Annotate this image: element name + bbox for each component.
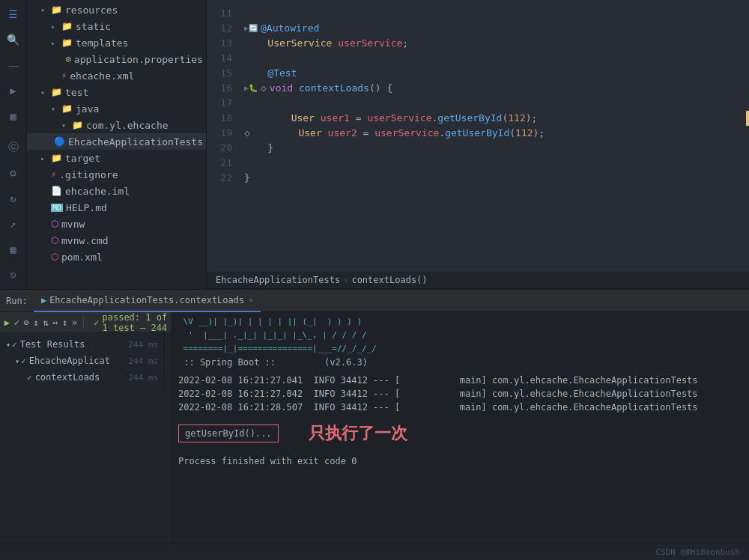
explorer-icon[interactable]: ☰ [5, 6, 22, 22]
tree-item-gitignore[interactable]: ⚡ .gitignore [27, 166, 206, 183]
tree-item-target[interactable]: ▸ 📁 target [27, 150, 206, 166]
label-test: test [65, 87, 88, 98]
check-button[interactable]: ✓ [13, 314, 21, 332]
tree-item-resources[interactable]: ▾ 📁 resources [27, 1, 206, 18]
log-line-3: 2022-02-08 16:21:28.507 INFO 34412 --- [… [178, 401, 743, 414]
check-icon: ✓ [94, 317, 99, 328]
more-button[interactable]: » [70, 314, 79, 332]
test-class-icon: 🔵 [54, 136, 65, 147]
mvn-icon: ⬡ [51, 219, 58, 229]
arrow-test: ▾ [40, 88, 51, 97]
tree-item-test[interactable]: ▾ 📁 test [27, 84, 206, 100]
bottom-bar-label: CSDN @#Hideonbush [655, 547, 740, 557]
label-static: static [76, 21, 111, 32]
tree-item-application-properties[interactable]: ⚙ application.properties [27, 51, 206, 67]
arrow-resources: ▾ [40, 6, 51, 14]
code-line-13: UserService userService; [244, 36, 749, 51]
label-mvnw: mvnw [61, 219, 85, 230]
run-button[interactable]: ▶ [3, 314, 11, 332]
rerun-button[interactable]: ↕ [32, 314, 40, 332]
line-numbers: 11 12 13 14 15 16 17 18 19 20 21 22 [207, 0, 238, 272]
sort-button[interactable]: ⇅ [41, 314, 49, 332]
tree-item-static[interactable]: ▸ 📁 static [27, 18, 206, 34]
xml-icon: ⚡ [61, 70, 67, 81]
camera-icon[interactable]: ⓒ [5, 139, 22, 156]
tree-item-ehcache-xml[interactable]: ⚡ ehcache.xml [27, 67, 206, 84]
tab-close-button[interactable]: ✕ [249, 296, 253, 304]
tree-item-package[interactable]: ▾ 📁 com.yl.ehcache [27, 117, 206, 133]
test-item-method[interactable]: ✓ contextLoads 244 ms [0, 369, 164, 386]
code-line-20: } [244, 141, 749, 156]
code-userservice-ref2: userService [374, 126, 439, 141]
extensions-icon[interactable]: ▦ [5, 108, 22, 124]
iml-icon: 📄 [51, 186, 62, 196]
run-toolbar-row: ▶ ✓ ⊘ ↕ ⇅ ↔ ↕ » ✓ Tests passed: 1 of 1 t… [0, 312, 172, 333]
breadcrumb-sep: › [343, 275, 348, 285]
code-user2: user2 [328, 126, 357, 141]
folder-icon-test: 📁 [51, 87, 62, 97]
folder-icon-resources: 📁 [51, 4, 62, 15]
sync-icon[interactable]: ↻ [5, 190, 22, 207]
check-class: ✓ [21, 356, 26, 366]
test-item-root[interactable]: ▾ ✓ Test Results 244 ms [0, 336, 164, 353]
code-line-19: ◇ User user2 = userService . getUserById… [244, 126, 749, 141]
folder-icon-package: 📁 [72, 120, 83, 130]
pin-icon[interactable]: ⎋ [5, 267, 22, 283]
code-line-21 [244, 156, 749, 171]
run-tab[interactable]: ▶ EhcacheApplicationTests.contextLoads ✕ [34, 290, 261, 312]
label-ehcache-xml: ehcache.xml [70, 70, 134, 82]
file-tree: ▾ 📁 resources ▸ 📁 static ▸ 📁 templates [27, 0, 207, 289]
annotation-autowired: @Autowired [261, 21, 319, 36]
test-method-time: 244 ms [128, 373, 158, 383]
activity-bar: ☰ 🔍 ⸻ ▶ ▦ ⓒ ⚙ ↻ ↗ ▦ ⎋ [0, 0, 27, 289]
run-label: Run: [6, 296, 28, 306]
git-icon[interactable]: ⸻ [5, 57, 22, 73]
editor: 11 12 13 14 15 16 17 18 19 20 21 22 [207, 0, 749, 289]
label-gitignore: .gitignore [59, 169, 118, 180]
run-tab-icon: ▶ [41, 295, 46, 305]
tree-item-ehcache-tests[interactable]: 🔵 EhcacheApplicationTests [27, 133, 206, 150]
tree-item-help-md[interactable]: MD HELP.md [27, 199, 206, 216]
code-line-16: ▶🐛 ◇ void contextLoads() { [244, 81, 749, 96]
code-void: void [270, 81, 299, 96]
test-root-label: Test Results [20, 339, 85, 350]
code-num112-2: 112 [515, 126, 533, 141]
run-output[interactable]: \V __)| |_)| | | | | || (_| ) ) ) ) ' |_… [172, 312, 749, 544]
tree-item-mvnw[interactable]: ⬡ mvnw [27, 216, 206, 232]
code-user1: user1 [321, 111, 350, 126]
arrow-templates: ▸ [51, 39, 61, 47]
arrow-target: ▸ [40, 154, 51, 162]
label-ehcache-tests: EhcacheApplicationTests [68, 136, 203, 147]
tree-item-pom-xml[interactable]: ⬡ pom.xml [27, 249, 206, 265]
expand-button[interactable]: ↔ [51, 314, 59, 332]
run-tab-name: EhcacheApplicationTests.contextLoads [49, 295, 244, 305]
test-item-class[interactable]: ▾ ✓ EhcacheApplicat 244 ms [0, 353, 164, 369]
tree-item-java[interactable]: ▾ 📁 java [27, 100, 206, 117]
run-panel-header: Run: ▶ EhcacheApplicationTests.contextLo… [0, 290, 749, 312]
code-userservice-ref1: userService [367, 111, 431, 126]
grid-icon[interactable]: ▦ [5, 241, 22, 258]
code-line-18: User user1 = userService . getUserById (… [244, 111, 749, 126]
tree-item-ehcache-iml[interactable]: 📄 ehcache.iml [27, 183, 206, 199]
arrow-icon[interactable]: ↗ [5, 216, 22, 232]
debug-icon[interactable]: ▶ [5, 82, 22, 99]
settings-icon[interactable]: ⚙ [5, 165, 22, 181]
check-method: ✓ [27, 373, 32, 383]
label-resources: resources [65, 4, 118, 16]
code-getuserbyid1: getUserById [437, 111, 502, 126]
annotation-test: @Test [244, 66, 297, 81]
log-line-2: 2022-02-08 16:21:27.042 INFO 34412 --- [… [178, 387, 743, 401]
tree-item-templates[interactable]: ▸ 📁 templates [27, 34, 206, 51]
tree-item-mvnw-cmd[interactable]: ⬡ mvnw.cmd [27, 232, 206, 249]
search-icon[interactable]: 🔍 [5, 31, 22, 48]
code-line-11 [244, 6, 749, 21]
label-package: com.yl.ehcache [86, 120, 169, 131]
code-line-17 [244, 96, 749, 111]
folder-icon-templates: 📁 [61, 37, 73, 48]
mvncmd-icon: ⬡ [51, 235, 58, 246]
stop-button[interactable]: ⊘ [22, 314, 31, 332]
code-body[interactable]: ▶🔄 @Autowired UserService userService; @… [238, 0, 749, 272]
arrow-static: ▸ [51, 22, 61, 31]
arrow-package: ▾ [61, 121, 72, 130]
collapse-button[interactable]: ↕ [61, 314, 69, 332]
